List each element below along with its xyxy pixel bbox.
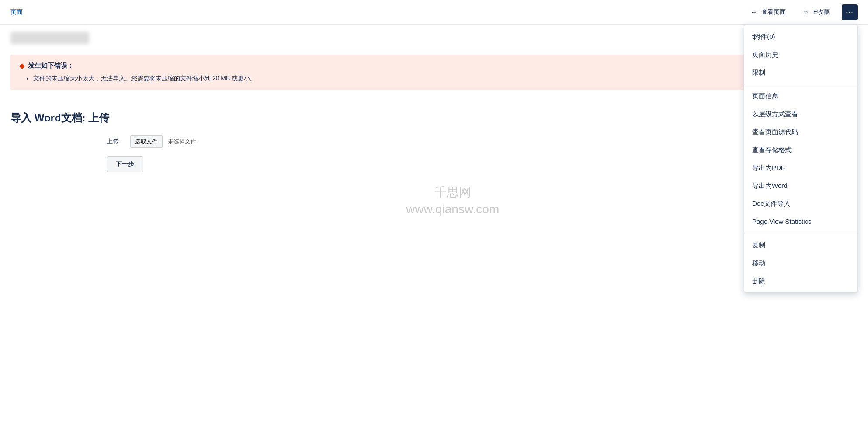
arrow-left-icon xyxy=(751,9,759,16)
error-icon: ◆ xyxy=(19,62,24,70)
bookmark-label: E收藏 xyxy=(813,8,830,16)
upload-label: 上传： xyxy=(107,138,125,146)
menu-item-copy[interactable]: 复制 xyxy=(744,236,857,254)
main-content: 导入 Word文档: 上传 上传： 选取文件 未选择文件 下一步 xyxy=(0,97,868,186)
error-list: 文件的未压缩大小太大，无法导入。您需要将未压缩的文件缩小到 20 MB 或更小。 xyxy=(33,73,849,83)
bookmark-button[interactable]: E收藏 xyxy=(798,6,835,19)
breadcrumb-link[interactable]: 页面 xyxy=(10,8,23,16)
page-container: 页面 查看页面 E收藏 ··· ◆ 发生如下错误： 文件的未压缩大小太大，无法导… xyxy=(0,0,868,437)
section-title: 导入 Word文档: 上传 xyxy=(10,111,858,125)
menu-item-view-hierarchy[interactable]: 以层级方式查看 xyxy=(744,105,857,123)
menu-item-import-doc[interactable]: Doc文件导入 xyxy=(744,194,857,212)
menu-item-move[interactable]: 移动 xyxy=(744,254,857,272)
menu-item-view-source[interactable]: 查看页面源代码 xyxy=(744,123,857,141)
menu-item-page-history[interactable]: 页面历史 xyxy=(744,45,857,63)
choose-file-button[interactable]: 选取文件 xyxy=(130,135,163,148)
menu-group-3: 复制 移动 删除 xyxy=(744,233,857,292)
view-page-label: 查看页面 xyxy=(761,8,786,16)
error-header: ◆ 发生如下错误： xyxy=(19,62,849,70)
menu-item-page-view-statistics[interactable]: Page View Statistics xyxy=(744,212,857,230)
page-title-area xyxy=(0,25,868,48)
watermark-line2: www.qiansw.com xyxy=(406,201,499,218)
next-step-button[interactable]: 下一步 xyxy=(107,156,143,172)
error-box: ◆ 发生如下错误： 文件的未压缩大小太大，无法导入。您需要将未压缩的文件缩小到 … xyxy=(10,55,858,90)
menu-item-restrictions[interactable]: 限制 xyxy=(744,63,857,81)
dropdown-menu: t附件(0) 页面历史 限制 页面信息 以层级方式查看 查看页面源代码 查看存储… xyxy=(744,24,858,293)
menu-item-page-info[interactable]: 页面信息 xyxy=(744,87,857,105)
menu-group-1: t附件(0) 页面历史 限制 xyxy=(744,25,857,84)
error-item: 文件的未压缩大小太大，无法导入。您需要将未压缩的文件缩小到 20 MB 或更小。 xyxy=(33,73,849,83)
menu-item-view-storage[interactable]: 查看存储格式 xyxy=(744,141,857,159)
header-left: 页面 xyxy=(10,8,23,16)
menu-item-export-pdf[interactable]: 导出为PDF xyxy=(744,159,857,177)
menu-item-attachments[interactable]: t附件(0) xyxy=(744,28,857,45)
menu-item-delete[interactable]: 删除 xyxy=(744,272,857,290)
watermark: 千思网 www.qiansw.com xyxy=(406,184,499,218)
header-bar: 页面 查看页面 E收藏 ··· xyxy=(0,0,868,25)
page-title-blurred xyxy=(10,32,89,44)
error-header-text: 发生如下错误： xyxy=(28,62,74,70)
no-file-text: 未选择文件 xyxy=(168,138,196,146)
header-right: 查看页面 E收藏 ··· xyxy=(746,4,858,20)
view-page-button[interactable]: 查看页面 xyxy=(746,6,791,19)
star-icon xyxy=(803,9,811,16)
menu-group-2: 页面信息 以层级方式查看 查看页面源代码 查看存储格式 导出为PDF 导出为Wo… xyxy=(744,84,857,233)
menu-item-export-word[interactable]: 导出为Word xyxy=(744,177,857,194)
more-options-button[interactable]: ··· xyxy=(842,4,858,20)
